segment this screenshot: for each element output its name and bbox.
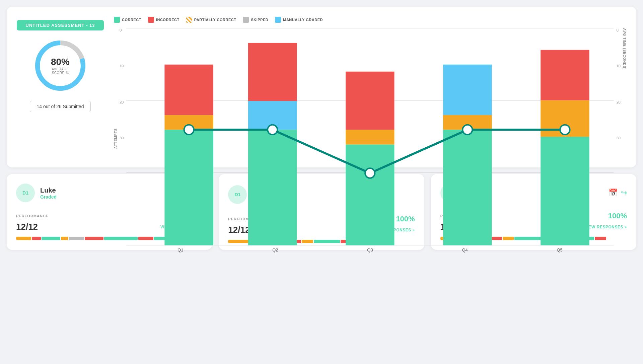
luke-score: 12/12 (16, 222, 38, 232)
y-axis-right-ticks: 30 20 10 0 (614, 28, 621, 149)
q1-label: Q1 (167, 247, 194, 252)
avg-score-label: AVERAGE SCORE % (46, 67, 75, 75)
partial-label: PARTIALLY CORRECT (194, 18, 236, 22)
assessment-title: UNTITLED ASSESSMENT - 13 (17, 20, 104, 30)
chart-area: CORRECT INCORRECT PARTIALLY CORRECT SKIP… (114, 17, 626, 157)
legend-incorrect: INCORRECT (148, 17, 180, 23)
y-axis-left-ticks: 30 20 10 0 (120, 28, 126, 149)
manual-color-box (275, 17, 281, 23)
q3-label: Q3 (357, 247, 383, 252)
manual-label: MANUALLY GRADED (283, 18, 323, 22)
luke-avatar: D1 (16, 184, 35, 202)
q4-correct-bar (443, 130, 492, 245)
avg-score-percent: 80% (46, 57, 75, 67)
q3-correct-bar (346, 144, 395, 245)
q5-label: Q5 (546, 247, 573, 252)
donut-text: 80% AVERAGE SCORE % (46, 57, 75, 75)
cb-seg (16, 237, 31, 240)
partial-color-box (186, 17, 192, 23)
q3-partial-bar (346, 130, 395, 144)
legend-manual: MANUALLY GRADED (275, 17, 323, 23)
y-axis-right-label: AVG TIME (SECONDS) (623, 28, 626, 149)
incorrect-label: INCORRECT (156, 18, 180, 22)
luke-info: Luke Graded (40, 187, 57, 200)
luke-status: Graded (40, 194, 57, 200)
luke-name: Luke (40, 187, 57, 194)
cb-seg (61, 237, 68, 240)
q2-label: Q2 (262, 247, 289, 252)
legend-correct: CORRECT (114, 17, 141, 23)
cb-seg (69, 237, 84, 240)
left-panel: UNTITLED ASSESSMENT - 13 80% AVERAGE SCO… (17, 17, 104, 112)
q4-label: Q4 (451, 247, 478, 252)
chart-body: Q1 Q2 Q3 Q4 Q5 (126, 28, 614, 149)
chart-wrapper: ATTEMPTS 30 20 10 0 (114, 28, 626, 149)
q3-incorrect-bar (346, 72, 395, 130)
luke-perf-label: PERFORMANCE (16, 214, 49, 218)
legend-partial: PARTIALLY CORRECT (186, 17, 236, 23)
q2-incorrect-bar (248, 43, 297, 101)
q5-incorrect-bar (541, 50, 589, 100)
incorrect-color-box (148, 17, 154, 23)
cb-seg (32, 237, 41, 240)
q2-dot (268, 125, 277, 135)
assessment-overview-card: UNTITLED ASSESSMENT - 13 80% AVERAGE SCO… (7, 7, 636, 167)
cb-seg (42, 237, 60, 240)
q5-dot (560, 125, 570, 135)
bars-container (126, 28, 614, 245)
legend-skipped: SKIPPED (243, 17, 268, 23)
x-axis-labels: Q1 Q2 Q3 Q4 Q5 (126, 247, 614, 252)
q2-correct-bar (248, 130, 297, 245)
y-axis-left-label: ATTEMPTS (114, 28, 118, 149)
q4-dot (463, 125, 473, 135)
q4-manual-bar (443, 65, 492, 115)
submitted-badge: 14 out of 26 Submitted (30, 101, 91, 112)
q1-correct-bar (165, 130, 214, 245)
score-donut: 80% AVERAGE SCORE % (32, 37, 89, 94)
skipped-color-box (243, 17, 249, 23)
q1-dot (184, 125, 194, 135)
correct-label: CORRECT (122, 18, 141, 22)
q5-correct-bar (541, 137, 589, 245)
export-icon[interactable]: ↪ (621, 189, 627, 197)
skipped-label: SKIPPED (251, 18, 268, 22)
q1-incorrect-bar (165, 65, 214, 115)
cb-seg (85, 237, 103, 240)
q3-dot (365, 168, 375, 178)
chart-legend: CORRECT INCORRECT PARTIALLY CORRECT SKIP… (114, 17, 626, 23)
correct-color-box (114, 17, 120, 23)
